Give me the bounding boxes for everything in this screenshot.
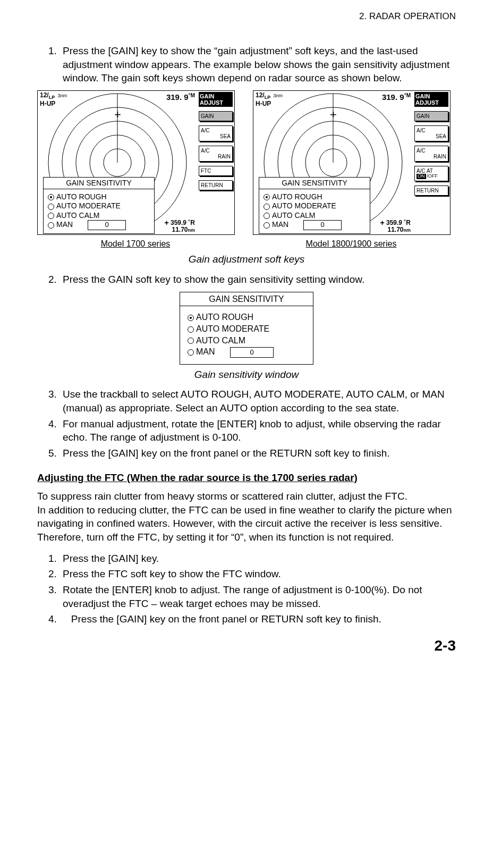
softkey-ac-rain[interactable]: A/CRAIN xyxy=(199,146,233,162)
radar-screen-1800: 12/LP 3nm H-UP 319. 9°M + + 359.9 ˚R 11.… xyxy=(253,90,450,235)
model-caption-1800: Model 1800/1900 series xyxy=(253,238,449,250)
cursor-cross: + xyxy=(114,107,121,123)
opt-man[interactable]: MAN 0 xyxy=(264,220,366,230)
figure-caption-1: Gain adjustment soft keys xyxy=(37,252,456,266)
radar-block-1800: 12/LP 3nm H-UP 319. 9°M + + 359.9 ˚R 11.… xyxy=(253,90,449,250)
step-2: Press the GAIN soft key to show the gain… xyxy=(60,273,456,286)
softkey-gain[interactable]: GAIN xyxy=(199,111,233,121)
ftc-subheading: Adjusting the FTC (When the radar source… xyxy=(37,471,456,485)
softkey-return[interactable]: RETURN xyxy=(414,186,448,196)
softkey-title: GAINADJUST xyxy=(199,92,233,107)
softkey-title: GAINADJUST xyxy=(414,92,448,107)
ftc-step-1: Press the [GAIN] key. xyxy=(60,552,456,566)
steps-remaining: Use the trackball to select AUTO ROUGH, … xyxy=(37,387,456,460)
steps-mid: Press the GAIN soft key to show the gain… xyxy=(37,273,456,286)
gain-sensitivity-window-standalone: GAIN SENSITIVITY AUTO ROUGH AUTO MODERAT… xyxy=(180,292,313,365)
man-value: 0 xyxy=(303,220,342,230)
opt-auto-calm[interactable]: AUTO CALM xyxy=(188,335,305,347)
range-indicator: 12/LP 3nm H-UP xyxy=(256,92,283,107)
softkey-ac-sea[interactable]: A/CSEA xyxy=(199,125,233,141)
opt-man[interactable]: MAN 0 xyxy=(48,220,150,230)
gain-window-title: GAIN SENSITIVITY xyxy=(180,292,313,307)
step-1: Press the [GAIN] key to show the “gain a… xyxy=(60,44,456,85)
softkey-ftc[interactable]: FTC xyxy=(199,166,233,176)
man-value: 0 xyxy=(230,347,274,358)
opt-auto-calm[interactable]: AUTO CALM xyxy=(48,211,150,221)
softkey-ac-at[interactable]: A/C AT ON/OFF xyxy=(414,166,448,181)
softkey-column-1700: GAINADJUST GAIN A/CSEA A/CRAIN FTC RETUR… xyxy=(197,91,234,234)
range-indicator: 12/LP 3nm H-UP xyxy=(40,92,67,107)
page-number: 2-3 xyxy=(37,636,456,656)
opt-auto-rough[interactable]: AUTO ROUGH xyxy=(264,192,366,202)
gain-window-title: GAIN SENSITIVITY xyxy=(44,178,154,189)
radar-block-1700: 12/LP 3nm H-UP 319. 9°M + + 359.9 ˚R 11.… xyxy=(37,90,234,250)
gain-window-title: GAIN SENSITIVITY xyxy=(259,178,370,189)
running-header: 2. RADAR OPERATION xyxy=(37,11,456,23)
softkey-gain[interactable]: GAIN xyxy=(414,111,448,121)
softkey-ac-sea[interactable]: A/CSEA xyxy=(414,125,448,141)
step-5: Press the [GAIN] key on the front panel … xyxy=(60,446,456,460)
ftc-para-1: To suppress rain clutter from heavy stor… xyxy=(37,490,456,544)
opt-auto-rough[interactable]: AUTO ROUGH xyxy=(188,311,305,323)
ftc-step-4: Press the [GAIN] key on the front panel … xyxy=(60,612,456,626)
ftc-step-3: Rotate the [ENTER] knob to adjust. The r… xyxy=(60,583,456,610)
softkey-return[interactable]: RETURN xyxy=(199,180,233,190)
gain-sensitivity-window: GAIN SENSITIVITY AUTO ROUGH AUTO MODERAT… xyxy=(43,177,155,234)
ftc-steps: Press the [GAIN] key. Press the FTC soft… xyxy=(37,552,456,626)
figure-caption-2: Gain sensitivity window xyxy=(37,368,456,382)
opt-auto-moderate[interactable]: AUTO MODERATE xyxy=(48,201,150,211)
bearing-range-readout: + 359.9 ˚R 11.70nm xyxy=(164,219,195,233)
man-value: 0 xyxy=(88,220,126,230)
heading-readout: 319. 9°M xyxy=(382,92,411,103)
heading-readout: 319. 9°M xyxy=(166,92,195,103)
step-4: For manual adjustment, rotate the [ENTER… xyxy=(60,417,456,444)
softkey-ac-rain[interactable]: A/CRAIN xyxy=(414,146,448,162)
step-3: Use the trackball to select AUTO ROUGH, … xyxy=(60,387,456,415)
softkey-column-1800: GAINADJUST GAIN A/CSEA A/CRAIN A/C AT ON… xyxy=(413,91,450,234)
model-caption-1700: Model 1700 series xyxy=(37,238,234,250)
opt-auto-rough[interactable]: AUTO ROUGH xyxy=(48,192,150,202)
opt-auto-calm[interactable]: AUTO CALM xyxy=(264,211,366,221)
radar-screen-1700: 12/LP 3nm H-UP 319. 9°M + + 359.9 ˚R 11.… xyxy=(37,90,235,235)
opt-auto-moderate[interactable]: AUTO MODERATE xyxy=(188,323,305,335)
steps-top: Press the [GAIN] key to show the “gain a… xyxy=(37,44,456,85)
figure-gain-adjust: 12/LP 3nm H-UP 319. 9°M + + 359.9 ˚R 11.… xyxy=(37,90,456,250)
opt-man[interactable]: MAN 0 xyxy=(188,346,305,358)
bearing-range-readout: + 359.9 ˚R 11.70nm xyxy=(380,219,411,233)
ftc-step-2: Press the FTC soft key to show the FTC w… xyxy=(60,567,456,581)
cursor-cross: + xyxy=(330,107,337,123)
opt-auto-moderate[interactable]: AUTO MODERATE xyxy=(264,201,366,211)
gain-sensitivity-window: GAIN SENSITIVITY AUTO ROUGH AUTO MODERAT… xyxy=(259,177,370,234)
